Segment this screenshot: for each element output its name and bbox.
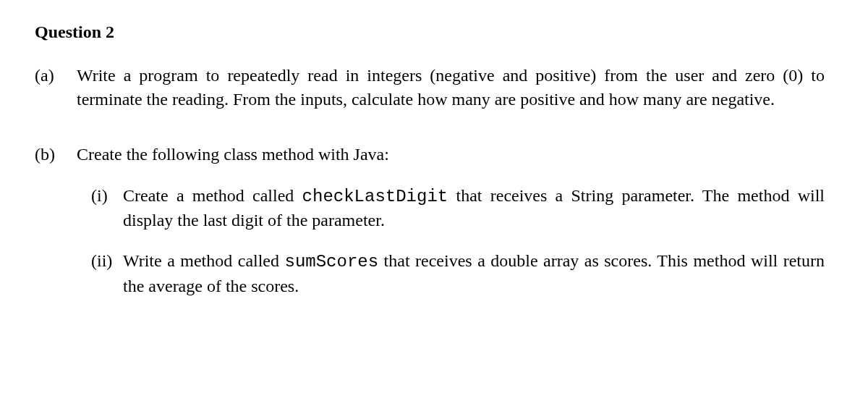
part-a: (a) Write a program to repeatedly read i…	[35, 64, 825, 111]
sub-i-code: checkLastDigit	[302, 187, 448, 206]
sub-ii-seg1: Write a method called	[123, 251, 285, 270]
sub-i: (i) Create a method called checkLastDigi…	[91, 184, 825, 232]
sub-ii-text: Write a method called sumScores that rec…	[123, 249, 825, 298]
question-page: Question 2 (a) Write a program to repeat…	[0, 0, 868, 298]
part-b-body: Create the following class method with J…	[77, 143, 825, 298]
sub-i-seg1: Create a method called	[123, 186, 302, 205]
question-heading: Question 2	[35, 20, 825, 43]
part-a-text: Write a program to repeatedly read in in…	[77, 64, 825, 111]
sub-i-text: Create a method called checkLastDigit th…	[123, 184, 825, 232]
part-b-intro: Create the following class method with J…	[77, 143, 825, 166]
part-a-label: (a)	[35, 64, 77, 111]
sub-ii-code: sumScores	[285, 252, 379, 272]
part-b: (b) Create the following class method wi…	[35, 143, 825, 298]
sub-ii: (ii) Write a method called sumScores tha…	[91, 249, 825, 298]
sub-i-label: (i)	[91, 184, 123, 232]
sub-ii-label: (ii)	[91, 249, 123, 298]
part-b-label: (b)	[35, 143, 77, 298]
